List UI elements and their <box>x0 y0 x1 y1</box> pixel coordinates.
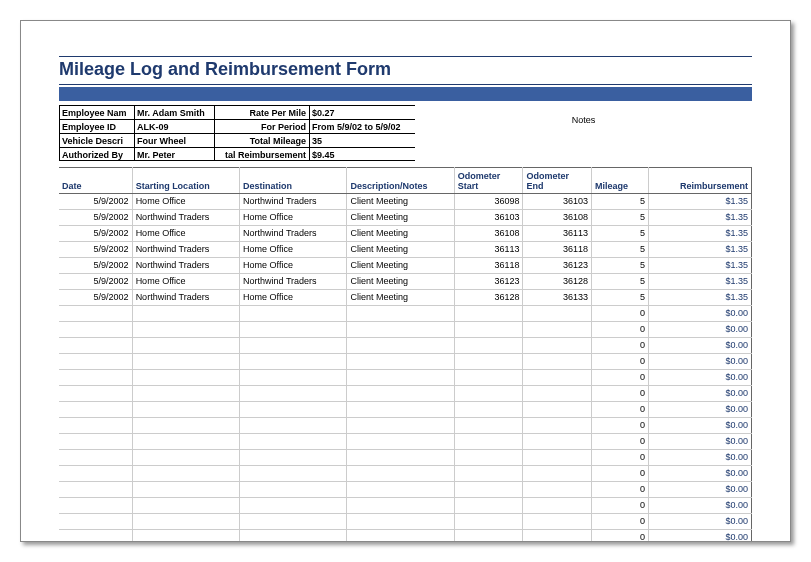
cell-mile[interactable]: 0 <box>591 418 648 434</box>
cell-date[interactable]: 5/9/2002 <box>59 242 132 258</box>
cell-dest[interactable] <box>240 418 347 434</box>
cell-reimb[interactable]: $0.00 <box>649 434 752 450</box>
cell-mile[interactable]: 0 <box>591 466 648 482</box>
cell-desc[interactable] <box>347 370 454 386</box>
cell-date[interactable]: 5/9/2002 <box>59 290 132 306</box>
cell-oend[interactable] <box>523 322 592 338</box>
cell-reimb[interactable]: $0.00 <box>649 450 752 466</box>
cell-reimb[interactable]: $1.35 <box>649 242 752 258</box>
cell-dest[interactable] <box>240 530 347 543</box>
cell-desc[interactable] <box>347 354 454 370</box>
cell-mile[interactable]: 0 <box>591 530 648 543</box>
cell-reimb[interactable]: $0.00 <box>649 466 752 482</box>
cell-dest[interactable] <box>240 466 347 482</box>
cell-ostart[interactable] <box>454 450 523 466</box>
cell-reimb[interactable]: $1.35 <box>649 210 752 226</box>
cell-desc[interactable] <box>347 450 454 466</box>
cell-date[interactable] <box>59 530 132 543</box>
cell-start[interactable]: Northwind Traders <box>132 210 239 226</box>
cell-desc[interactable]: Client Meeting <box>347 274 454 290</box>
field-value[interactable]: Mr. Peter <box>135 147 215 161</box>
cell-desc[interactable] <box>347 434 454 450</box>
cell-dest[interactable] <box>240 402 347 418</box>
cell-oend[interactable] <box>523 354 592 370</box>
cell-mile[interactable]: 0 <box>591 514 648 530</box>
cell-start[interactable]: Home Office <box>132 194 239 210</box>
cell-mile[interactable]: 5 <box>591 274 648 290</box>
cell-mile[interactable]: 0 <box>591 338 648 354</box>
cell-start[interactable] <box>132 482 239 498</box>
cell-oend[interactable]: 36123 <box>523 258 592 274</box>
cell-date[interactable] <box>59 434 132 450</box>
cell-dest[interactable] <box>240 434 347 450</box>
cell-oend[interactable] <box>523 482 592 498</box>
cell-dest[interactable] <box>240 450 347 466</box>
cell-oend[interactable] <box>523 306 592 322</box>
cell-start[interactable] <box>132 354 239 370</box>
cell-dest[interactable]: Home Office <box>240 210 347 226</box>
cell-ostart[interactable]: 36118 <box>454 258 523 274</box>
cell-desc[interactable]: Client Meeting <box>347 210 454 226</box>
cell-reimb[interactable]: $0.00 <box>649 418 752 434</box>
cell-start[interactable] <box>132 498 239 514</box>
cell-start[interactable] <box>132 370 239 386</box>
cell-start[interactable] <box>132 530 239 543</box>
cell-oend[interactable]: 36128 <box>523 274 592 290</box>
cell-reimb[interactable]: $0.00 <box>649 386 752 402</box>
cell-start[interactable]: Northwind Traders <box>132 290 239 306</box>
cell-oend[interactable] <box>523 466 592 482</box>
cell-desc[interactable]: Client Meeting <box>347 242 454 258</box>
cell-oend[interactable]: 36118 <box>523 242 592 258</box>
cell-ostart[interactable] <box>454 530 523 543</box>
cell-dest[interactable] <box>240 306 347 322</box>
cell-oend[interactable] <box>523 434 592 450</box>
cell-date[interactable]: 5/9/2002 <box>59 210 132 226</box>
cell-oend[interactable] <box>523 418 592 434</box>
cell-reimb[interactable]: $1.35 <box>649 274 752 290</box>
cell-mile[interactable]: 5 <box>591 242 648 258</box>
cell-date[interactable] <box>59 482 132 498</box>
cell-reimb[interactable]: $1.35 <box>649 290 752 306</box>
cell-mile[interactable]: 0 <box>591 482 648 498</box>
cell-mile[interactable]: 0 <box>591 370 648 386</box>
cell-date[interactable] <box>59 514 132 530</box>
cell-date[interactable] <box>59 418 132 434</box>
cell-oend[interactable] <box>523 338 592 354</box>
cell-mile[interactable]: 0 <box>591 322 648 338</box>
cell-date[interactable] <box>59 338 132 354</box>
cell-ostart[interactable] <box>454 418 523 434</box>
cell-mile[interactable]: 0 <box>591 450 648 466</box>
cell-desc[interactable] <box>347 418 454 434</box>
cell-date[interactable] <box>59 354 132 370</box>
cell-date[interactable] <box>59 322 132 338</box>
cell-mile[interactable]: 0 <box>591 306 648 322</box>
cell-desc[interactable]: Client Meeting <box>347 194 454 210</box>
cell-dest[interactable]: Home Office <box>240 242 347 258</box>
cell-dest[interactable] <box>240 370 347 386</box>
cell-oend[interactable] <box>523 530 592 543</box>
field-value[interactable]: ALK-09 <box>135 119 215 133</box>
cell-oend[interactable] <box>523 514 592 530</box>
cell-date[interactable]: 5/9/2002 <box>59 194 132 210</box>
cell-mile[interactable]: 0 <box>591 434 648 450</box>
cell-ostart[interactable] <box>454 402 523 418</box>
cell-start[interactable]: Northwind Traders <box>132 242 239 258</box>
cell-desc[interactable]: Client Meeting <box>347 226 454 242</box>
field-value[interactable]: Mr. Adam Smith <box>135 105 215 119</box>
cell-desc[interactable] <box>347 322 454 338</box>
cell-desc[interactable] <box>347 498 454 514</box>
cell-desc[interactable] <box>347 514 454 530</box>
cell-dest[interactable]: Home Office <box>240 290 347 306</box>
cell-start[interactable]: Home Office <box>132 226 239 242</box>
cell-dest[interactable] <box>240 482 347 498</box>
cell-ostart[interactable] <box>454 434 523 450</box>
cell-start[interactable] <box>132 450 239 466</box>
cell-start[interactable] <box>132 514 239 530</box>
cell-dest[interactable]: Northwind Traders <box>240 274 347 290</box>
cell-desc[interactable] <box>347 386 454 402</box>
cell-mile[interactable]: 0 <box>591 354 648 370</box>
cell-date[interactable] <box>59 370 132 386</box>
cell-ostart[interactable]: 36123 <box>454 274 523 290</box>
cell-mile[interactable]: 5 <box>591 194 648 210</box>
cell-desc[interactable] <box>347 482 454 498</box>
